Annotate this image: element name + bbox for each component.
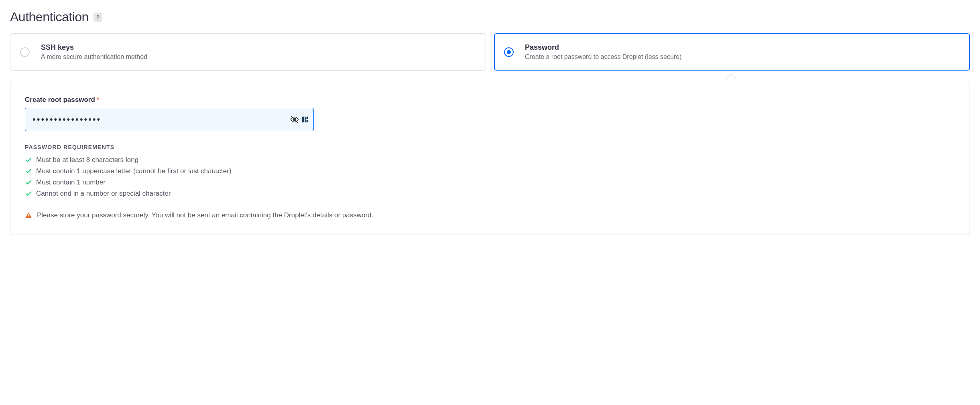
svg-rect-6 bbox=[28, 214, 29, 216]
section-title: Authentication bbox=[10, 10, 89, 24]
password-input-wrap bbox=[25, 108, 314, 131]
svg-rect-5 bbox=[307, 120, 308, 122]
svg-rect-3 bbox=[305, 117, 306, 122]
warning-text: Please store your password securely. You… bbox=[37, 211, 373, 219]
auth-option-password-title: Password bbox=[525, 43, 681, 52]
auth-option-password[interactable]: Password Create a root password to acces… bbox=[494, 33, 970, 71]
auth-option-ssh[interactable]: SSH keys A more secure authentication me… bbox=[10, 33, 486, 71]
section-header: Authentication ? bbox=[10, 10, 970, 24]
password-manager-icon[interactable] bbox=[301, 115, 309, 124]
warning-icon bbox=[25, 212, 32, 219]
svg-rect-7 bbox=[28, 217, 29, 217]
panel-arrow-icon bbox=[725, 74, 736, 85]
warning-row: Please store your password securely. You… bbox=[25, 211, 955, 219]
check-icon bbox=[25, 168, 32, 175]
auth-option-password-subtitle: Create a root password to access Droplet… bbox=[525, 53, 681, 61]
eye-off-icon[interactable] bbox=[290, 115, 299, 124]
requirement-text: Must be at least 8 characters long bbox=[36, 156, 138, 164]
auth-option-ssh-text: SSH keys A more secure authentication me… bbox=[41, 43, 147, 61]
input-icons bbox=[290, 115, 309, 124]
check-icon bbox=[25, 156, 32, 164]
radio-ssh[interactable] bbox=[20, 47, 30, 57]
auth-option-ssh-title: SSH keys bbox=[41, 43, 147, 52]
requirement-item: Cannot end in a number or special charac… bbox=[25, 190, 955, 198]
requirement-text: Cannot end in a number or special charac… bbox=[36, 190, 171, 198]
check-icon bbox=[25, 190, 32, 197]
password-panel: Create root password * bbox=[10, 82, 970, 235]
radio-password[interactable] bbox=[504, 47, 514, 57]
check-icon bbox=[25, 179, 32, 186]
auth-option-ssh-subtitle: A more secure authentication method bbox=[41, 53, 147, 61]
svg-rect-2 bbox=[302, 117, 304, 122]
auth-option-password-text: Password Create a root password to acces… bbox=[525, 43, 681, 61]
radio-dot-icon bbox=[507, 50, 511, 54]
requirements-header: PASSWORD REQUIREMENTS bbox=[25, 144, 955, 150]
requirement-text: Must contain 1 uppercase letter (cannot … bbox=[36, 167, 232, 175]
required-star-icon: * bbox=[97, 96, 100, 104]
requirement-item: Must be at least 8 characters long bbox=[25, 156, 955, 164]
password-label-text: Create root password bbox=[25, 96, 95, 104]
requirement-item: Must contain 1 uppercase letter (cannot … bbox=[25, 167, 955, 175]
password-panel-wrap: Create root password * bbox=[10, 82, 970, 235]
password-input[interactable] bbox=[25, 108, 314, 131]
svg-rect-4 bbox=[307, 117, 308, 119]
requirement-text: Must contain 1 number bbox=[36, 178, 106, 186]
help-icon[interactable]: ? bbox=[94, 13, 102, 22]
password-field-label: Create root password * bbox=[25, 96, 955, 104]
requirements-list: Must be at least 8 characters long Must … bbox=[25, 156, 955, 198]
requirement-item: Must contain 1 number bbox=[25, 178, 955, 186]
auth-options-row: SSH keys A more secure authentication me… bbox=[10, 33, 970, 71]
